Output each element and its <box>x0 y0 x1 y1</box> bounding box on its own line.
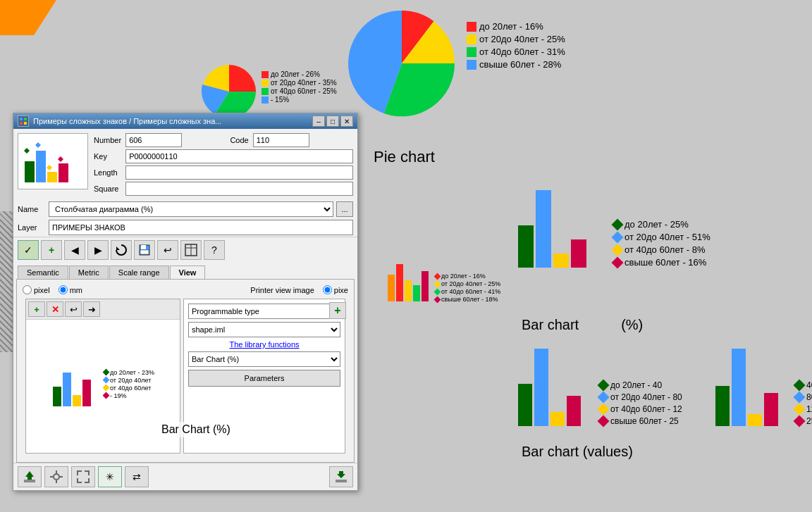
square-input[interactable] <box>125 182 353 196</box>
svg-marker-32 <box>47 165 52 170</box>
orange-shape <box>0 0 56 35</box>
length-label: Length <box>94 168 121 177</box>
svg-rect-19 <box>732 349 746 426</box>
lp-delete-button[interactable]: ✕ <box>47 301 63 317</box>
tab-semantic[interactable]: Semantic <box>18 266 68 279</box>
next-button[interactable]: ▶ <box>87 240 109 260</box>
lp-forward-button[interactable]: ➜ <box>83 301 100 317</box>
star-button[interactable]: ✳ <box>98 466 122 487</box>
mm-radio[interactable] <box>59 285 68 294</box>
code-input[interactable] <box>253 133 309 147</box>
dialog-title-icon <box>18 115 29 127</box>
bg-bar-chart-val2: 40 80 12 25 <box>712 345 812 430</box>
main-toolbar: ✓ + ◀ ▶ ↩ ? <box>13 237 357 263</box>
svg-rect-48 <box>56 470 57 473</box>
svg-rect-22 <box>20 118 23 120</box>
programmable-type-select[interactable]: Programmable type <box>188 304 340 319</box>
table-button[interactable] <box>180 240 202 260</box>
swap-button[interactable]: ⇄ <box>125 466 149 487</box>
svg-rect-43 <box>73 395 81 406</box>
dialog-controls: – □ ✕ <box>312 115 353 127</box>
svg-rect-18 <box>715 386 730 426</box>
left-panel: + ✕ ↩ ➜ до 20лет <box>25 299 180 454</box>
expand-button[interactable] <box>71 466 95 487</box>
programmable-type-container: Programmable type <box>188 304 340 319</box>
svg-marker-46 <box>25 471 34 480</box>
tabs-bar: Semantic Metric Scale range View <box>13 263 357 279</box>
maximize-button[interactable]: □ <box>326 115 339 127</box>
mm-radio-label[interactable]: mm <box>59 285 82 294</box>
svg-rect-36 <box>141 245 146 249</box>
add-button[interactable]: + <box>41 240 62 260</box>
code-label: Code <box>230 136 248 144</box>
layer-label: Layer <box>18 223 46 232</box>
help-button[interactable]: ? <box>204 240 225 260</box>
prev-button[interactable]: ◀ <box>64 240 85 260</box>
refresh-button[interactable] <box>111 240 132 260</box>
lp-add-button[interactable]: + <box>28 301 45 317</box>
confirm-button[interactable]: ✓ <box>18 240 39 260</box>
import-button[interactable] <box>18 466 42 487</box>
svg-rect-9 <box>388 275 395 301</box>
tab-metric[interactable]: Metric <box>69 266 109 279</box>
undo-button[interactable]: ↩ <box>157 240 178 260</box>
save-button[interactable] <box>134 240 155 260</box>
left-panel-content: до 20лет - 23% от 20до 40лет от 40до 60л… <box>26 320 180 453</box>
printer-label: Printer view image <box>250 286 314 294</box>
svg-marker-53 <box>337 471 345 478</box>
svg-marker-30 <box>24 148 30 154</box>
fields-grid: Number Code Key Length Square <box>94 133 353 196</box>
library-link[interactable]: The library functions <box>188 340 340 349</box>
svg-rect-42 <box>63 373 71 406</box>
tab-view[interactable]: View <box>170 266 206 279</box>
key-label: Key <box>94 152 121 161</box>
svg-rect-21 <box>764 393 778 426</box>
name-row: Name Столбчатая диаграмма (%) ... <box>13 200 357 218</box>
name-browse-button[interactable]: ... <box>336 201 353 217</box>
close-button[interactable]: ✕ <box>340 115 353 127</box>
chart-type-select[interactable]: Bar Chart (%) <box>188 351 340 367</box>
settings-button[interactable] <box>44 466 68 487</box>
minimize-button[interactable]: – <box>312 115 325 127</box>
pixel-radio[interactable] <box>23 285 32 294</box>
number-label: Number <box>94 136 121 144</box>
svg-rect-45 <box>24 480 35 482</box>
left-panel-toolbar: + ✕ ↩ ➜ <box>26 299 180 320</box>
svg-rect-52 <box>336 480 347 482</box>
svg-marker-33 <box>58 156 63 162</box>
tab-scale-range[interactable]: Scale range <box>109 266 169 279</box>
svg-rect-50 <box>50 476 53 477</box>
export-button[interactable] <box>329 466 353 487</box>
key-input[interactable] <box>125 149 353 163</box>
svg-rect-49 <box>56 480 57 483</box>
right-panel-add-button[interactable]: + <box>329 302 346 319</box>
number-input[interactable] <box>125 133 182 147</box>
form-area: Number Code Key Length Square <box>13 129 357 200</box>
pixel-radio-label[interactable]: pixel <box>23 285 50 294</box>
length-input[interactable] <box>125 166 353 180</box>
parameters-button[interactable]: Parameters <box>188 370 340 387</box>
svg-rect-14 <box>518 384 532 426</box>
svg-rect-24 <box>20 122 23 125</box>
shape-iml-container: shape.iml <box>188 322 340 337</box>
symbol-preview <box>18 133 88 189</box>
svg-marker-34 <box>116 246 120 250</box>
layer-row: Layer ПРИМЕРЫ ЗНАКОВ <box>13 218 357 237</box>
svg-rect-16 <box>550 412 565 426</box>
svg-rect-17 <box>567 396 581 426</box>
svg-rect-29 <box>59 163 68 182</box>
svg-point-47 <box>54 474 59 480</box>
svg-rect-10 <box>396 264 403 301</box>
pix-radio-label[interactable]: pixe <box>323 285 348 294</box>
svg-rect-20 <box>748 414 762 426</box>
shape-iml-select[interactable]: shape.iml <box>188 322 340 337</box>
bg-bar-chart-pct: до 20лет - 25% от 20до 40лет - 51% от 40… <box>515 187 710 271</box>
svg-rect-7 <box>553 254 569 268</box>
pix-radio[interactable] <box>323 285 332 294</box>
name-select[interactable]: Столбчатая диаграмма (%) <box>49 201 333 217</box>
lp-back-button[interactable]: ↩ <box>65 301 82 317</box>
svg-rect-44 <box>82 380 91 406</box>
svg-rect-5 <box>518 225 534 268</box>
svg-rect-23 <box>24 118 27 120</box>
pie-chart-label: Pie chart <box>374 148 435 166</box>
